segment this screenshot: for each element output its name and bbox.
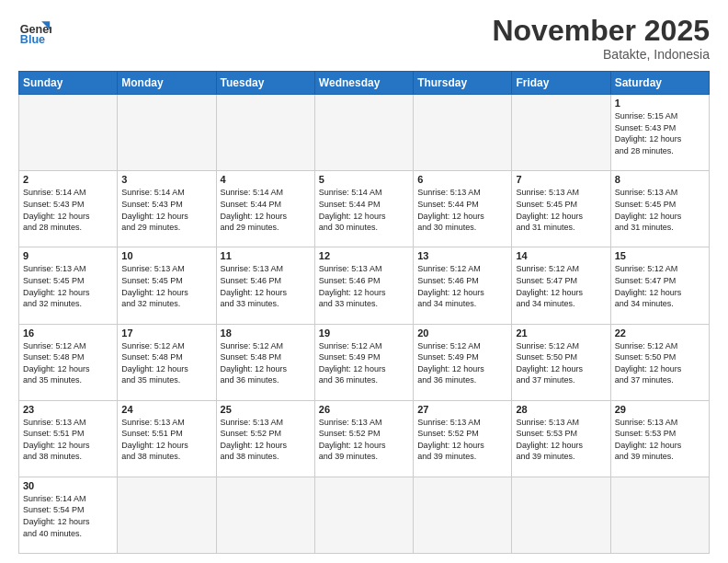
calendar-cell: 22Sunrise: 5:12 AM Sunset: 5:50 PM Dayli… (610, 324, 709, 400)
calendar-cell (216, 477, 314, 553)
calendar-cell: 29Sunrise: 5:13 AM Sunset: 5:53 PM Dayli… (610, 400, 709, 477)
day-number: 29 (615, 404, 705, 415)
calendar-cell: 21Sunrise: 5:12 AM Sunset: 5:50 PM Dayli… (512, 324, 610, 400)
header: General Blue November 2025 Batakte, Indo… (18, 15, 710, 62)
day-header-monday: Monday (118, 72, 216, 95)
day-number: 18 (221, 327, 311, 339)
calendar-cell: 5Sunrise: 5:14 AM Sunset: 5:44 PM Daylig… (314, 171, 413, 247)
calendar-cell: 8Sunrise: 5:13 AM Sunset: 5:45 PM Daylig… (610, 171, 709, 247)
calendar-cell (414, 95, 512, 171)
day-header-thursday: Thursday (414, 72, 512, 95)
calendar-cell (314, 477, 413, 553)
calendar-cell: 11Sunrise: 5:13 AM Sunset: 5:46 PM Dayli… (216, 247, 314, 324)
calendar-cell (512, 95, 610, 171)
cell-info: Sunrise: 5:12 AM Sunset: 5:49 PM Dayligh… (319, 340, 409, 386)
cell-info: Sunrise: 5:12 AM Sunset: 5:48 PM Dayligh… (23, 340, 113, 386)
day-number: 25 (221, 404, 311, 415)
calendar-cell: 4Sunrise: 5:14 AM Sunset: 5:44 PM Daylig… (216, 171, 314, 247)
calendar-cell: 18Sunrise: 5:12 AM Sunset: 5:48 PM Dayli… (216, 324, 314, 400)
svg-text:Blue: Blue (20, 33, 45, 46)
cell-info: Sunrise: 5:12 AM Sunset: 5:48 PM Dayligh… (221, 340, 311, 386)
day-number: 5 (319, 174, 409, 185)
calendar-cell (314, 95, 413, 171)
calendar-cell: 14Sunrise: 5:12 AM Sunset: 5:47 PM Dayli… (512, 247, 610, 324)
calendar-cell (610, 477, 709, 553)
day-number: 26 (319, 404, 409, 415)
cell-info: Sunrise: 5:13 AM Sunset: 5:45 PM Dayligh… (615, 187, 705, 233)
cell-info: Sunrise: 5:13 AM Sunset: 5:53 PM Dayligh… (615, 417, 705, 463)
calendar-cell: 12Sunrise: 5:13 AM Sunset: 5:46 PM Dayli… (314, 247, 413, 324)
calendar-cell: 3Sunrise: 5:14 AM Sunset: 5:43 PM Daylig… (118, 171, 216, 247)
title-block: November 2025 Batakte, Indonesia (492, 15, 710, 62)
day-number: 3 (121, 174, 211, 185)
day-number: 15 (615, 250, 705, 261)
calendar-cell (118, 477, 216, 553)
cell-info: Sunrise: 5:13 AM Sunset: 5:45 PM Dayligh… (121, 263, 211, 309)
cell-info: Sunrise: 5:13 AM Sunset: 5:45 PM Dayligh… (516, 187, 606, 233)
cell-info: Sunrise: 5:13 AM Sunset: 5:51 PM Dayligh… (121, 417, 211, 463)
cell-info: Sunrise: 5:12 AM Sunset: 5:47 PM Dayligh… (615, 263, 705, 309)
cell-info: Sunrise: 5:14 AM Sunset: 5:43 PM Dayligh… (23, 187, 113, 233)
day-number: 7 (516, 174, 606, 185)
day-number: 27 (417, 404, 507, 415)
calendar-cell: 2Sunrise: 5:14 AM Sunset: 5:43 PM Daylig… (19, 171, 118, 247)
calendar-cell: 25Sunrise: 5:13 AM Sunset: 5:52 PM Dayli… (216, 400, 314, 477)
cell-info: Sunrise: 5:14 AM Sunset: 5:43 PM Dayligh… (121, 187, 211, 233)
calendar-cell: 24Sunrise: 5:13 AM Sunset: 5:51 PM Dayli… (118, 400, 216, 477)
day-header-tuesday: Tuesday (216, 72, 314, 95)
day-number: 24 (121, 404, 211, 415)
day-number: 23 (23, 404, 113, 415)
calendar-cell: 13Sunrise: 5:12 AM Sunset: 5:46 PM Dayli… (414, 247, 512, 324)
cell-info: Sunrise: 5:13 AM Sunset: 5:52 PM Dayligh… (221, 417, 311, 463)
day-number: 17 (121, 327, 211, 339)
logo: General Blue (18, 15, 51, 48)
day-header-wednesday: Wednesday (314, 72, 413, 95)
day-number: 22 (615, 327, 705, 339)
calendar-cell: 26Sunrise: 5:13 AM Sunset: 5:52 PM Dayli… (314, 400, 413, 477)
calendar-cell: 16Sunrise: 5:12 AM Sunset: 5:48 PM Dayli… (19, 324, 118, 400)
day-number: 2 (23, 174, 113, 185)
calendar-cell (414, 477, 512, 553)
day-number: 28 (516, 404, 606, 415)
cell-info: Sunrise: 5:13 AM Sunset: 5:46 PM Dayligh… (319, 263, 409, 309)
calendar-cell (19, 95, 118, 171)
cell-info: Sunrise: 5:13 AM Sunset: 5:52 PM Dayligh… (417, 417, 507, 463)
day-number: 1 (615, 98, 705, 109)
day-number: 20 (417, 327, 507, 339)
calendar-cell (512, 477, 610, 553)
day-number: 9 (23, 250, 113, 261)
cell-info: Sunrise: 5:13 AM Sunset: 5:45 PM Dayligh… (23, 263, 113, 309)
cell-info: Sunrise: 5:12 AM Sunset: 5:50 PM Dayligh… (615, 340, 705, 386)
calendar-cell: 17Sunrise: 5:12 AM Sunset: 5:48 PM Dayli… (118, 324, 216, 400)
day-header-sunday: Sunday (19, 72, 118, 95)
day-header-saturday: Saturday (610, 72, 709, 95)
cell-info: Sunrise: 5:12 AM Sunset: 5:50 PM Dayligh… (516, 340, 606, 386)
cell-info: Sunrise: 5:13 AM Sunset: 5:51 PM Dayligh… (23, 417, 113, 463)
day-number: 11 (221, 250, 311, 261)
calendar-cell: 6Sunrise: 5:13 AM Sunset: 5:44 PM Daylig… (414, 171, 512, 247)
day-number: 16 (23, 327, 113, 339)
cell-info: Sunrise: 5:12 AM Sunset: 5:46 PM Dayligh… (417, 263, 507, 309)
cell-info: Sunrise: 5:15 AM Sunset: 5:43 PM Dayligh… (615, 110, 705, 156)
cell-info: Sunrise: 5:12 AM Sunset: 5:47 PM Dayligh… (516, 263, 606, 309)
calendar-cell: 15Sunrise: 5:12 AM Sunset: 5:47 PM Dayli… (610, 247, 709, 324)
cell-info: Sunrise: 5:12 AM Sunset: 5:48 PM Dayligh… (121, 340, 211, 386)
day-number: 6 (417, 174, 507, 185)
calendar-cell: 20Sunrise: 5:12 AM Sunset: 5:49 PM Dayli… (414, 324, 512, 400)
calendar-cell: 23Sunrise: 5:13 AM Sunset: 5:51 PM Dayli… (19, 400, 118, 477)
calendar-cell: 7Sunrise: 5:13 AM Sunset: 5:45 PM Daylig… (512, 171, 610, 247)
calendar-cell: 19Sunrise: 5:12 AM Sunset: 5:49 PM Dayli… (314, 324, 413, 400)
calendar-cell: 1Sunrise: 5:15 AM Sunset: 5:43 PM Daylig… (610, 95, 709, 171)
calendar: SundayMondayTuesdayWednesdayThursdayFrid… (18, 71, 710, 554)
logo-icon: General Blue (18, 15, 51, 48)
calendar-cell (216, 95, 314, 171)
day-number: 10 (121, 250, 211, 261)
day-number: 8 (615, 174, 705, 185)
page: General Blue November 2025 Batakte, Indo… (0, 0, 728, 563)
day-number: 30 (23, 480, 113, 491)
location: Batakte, Indonesia (492, 47, 710, 62)
day-number: 4 (221, 174, 311, 185)
cell-info: Sunrise: 5:13 AM Sunset: 5:46 PM Dayligh… (221, 263, 311, 309)
cell-info: Sunrise: 5:12 AM Sunset: 5:49 PM Dayligh… (417, 340, 507, 386)
cell-info: Sunrise: 5:14 AM Sunset: 5:44 PM Dayligh… (319, 187, 409, 233)
